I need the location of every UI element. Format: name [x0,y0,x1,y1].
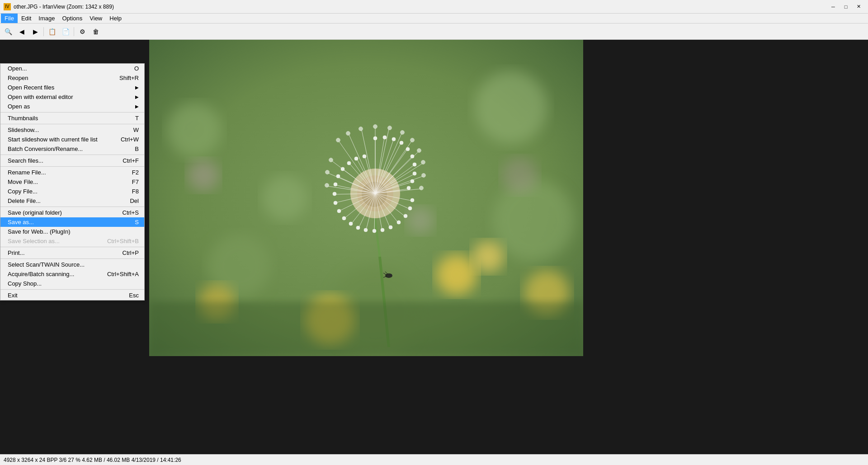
window-controls: ─ □ ✕ [827,2,864,11]
svg-point-107 [336,138,340,142]
menu-file[interactable]: File [1,14,18,23]
svg-point-25 [392,137,396,141]
delete-button[interactable]: 🗑 [90,25,102,38]
menu-bar: File Edit Image Options View Help [0,14,868,23]
menu-item-open-recent[interactable]: Open Recent files ▶ [0,83,144,92]
copy-button[interactable]: 📋 [46,25,58,38]
toolbar-separator [43,27,44,36]
menu-item-scan[interactable]: Select Scan/TWAIN Source... [0,260,144,269]
menu-item-batch[interactable]: Batch Conversion/Rename... B [0,144,144,154]
menu-item-slideshow-current[interactable]: Start slideshow with current file list C… [0,135,144,144]
menu-item-reopen[interactable]: Reopen Shift+R [0,73,144,83]
svg-point-69 [334,183,337,186]
svg-point-45 [404,214,407,218]
menu-separator-8 [0,289,144,290]
menu-separator-4 [0,166,144,167]
file-menu-dropdown: Open... O Reopen Shift+R Open Recent fil… [0,63,145,301]
svg-point-75 [347,161,351,165]
svg-point-95 [420,186,424,190]
window-title: other.JPG - IrfanView (Zoom: 1342 x 889) [14,4,114,10]
svg-point-89 [417,149,421,153]
svg-point-53 [373,229,376,233]
menu-item-open-external[interactable]: Open with external editor ▶ [0,92,144,102]
menu-separator-5 [0,207,144,207]
menu-item-copy-file[interactable]: Copy File... F8 [0,187,144,196]
status-text: 4928 x 3264 x 24 BPP 3/6 27 % 4.62 MB / … [4,457,181,463]
svg-point-2 [475,71,547,144]
svg-point-12 [188,160,219,191]
title-text: IV other.JPG - IrfanView (Zoom: 1342 x 8… [4,3,114,10]
menu-item-open[interactable]: Open... O [0,64,144,73]
menu-help[interactable]: Help [106,14,125,23]
svg-point-57 [356,226,360,230]
svg-point-13 [502,157,538,193]
svg-point-65 [334,201,337,205]
svg-point-29 [406,147,410,151]
image-container [149,40,583,454]
minimize-button[interactable]: ─ [827,2,839,11]
svg-point-49 [389,225,392,229]
svg-point-4 [493,180,574,261]
zoom-out-button[interactable]: 🔍 [2,25,14,38]
toolbar-separator-2 [74,27,74,36]
svg-point-51 [381,228,384,232]
svg-point-83 [388,126,392,130]
menu-item-search[interactable]: Search files... Ctrl+F [0,156,144,165]
svg-point-35 [413,172,416,175]
menu-item-move[interactable]: Move File... F7 [0,177,144,187]
menu-separator-7 [0,258,144,259]
menu-edit[interactable]: Edit [18,14,35,23]
svg-point-93 [422,174,426,178]
svg-point-63 [337,209,341,213]
next-button[interactable]: ▶ [29,25,42,38]
menu-separator-1 [0,112,144,113]
paste-button[interactable]: 📄 [59,25,72,38]
settings-button[interactable]: ⚙ [76,25,89,38]
menu-image[interactable]: Image [35,14,58,23]
svg-point-33 [413,163,416,166]
menu-item-acquire[interactable]: Acquire/Batch scanning... Ctrl+Shift+A [0,269,144,279]
status-bar: 4928 x 3264 x 24 BPP 3/6 27 % 4.62 MB / … [0,454,868,465]
menu-item-save-web[interactable]: Save for Web... (PlugIn) [0,227,144,236]
image-display [149,40,583,356]
svg-point-109 [389,274,392,277]
dandelion-image [149,40,583,356]
menu-item-rename[interactable]: Rename File... F2 [0,168,144,177]
svg-point-14 [407,207,434,234]
menu-item-print[interactable]: Print... Ctrl+P [0,248,144,258]
maximize-button[interactable]: □ [840,2,852,11]
prev-button[interactable]: ◀ [15,25,28,38]
toolbar: 🔍 ◀ ▶ 📋 📄 ⚙ 🗑 [0,23,868,40]
svg-point-39 [407,186,410,190]
menu-item-copyshop[interactable]: Copy Shop... [0,279,144,288]
menu-view[interactable]: View [86,14,106,23]
svg-point-8 [472,241,504,272]
menu-item-open-as[interactable]: Open as ▶ [0,102,144,111]
svg-point-91 [421,160,425,164]
menu-item-delete-file[interactable]: Delete File... Del [0,196,144,206]
svg-point-85 [401,131,405,135]
svg-point-79 [363,155,366,158]
menu-separator-6 [0,247,144,247]
menu-separator-2 [0,124,144,124]
close-button[interactable]: ✕ [853,2,864,11]
menu-item-exit[interactable]: Exit Esc [0,291,144,300]
app-icon: IV [4,3,11,10]
svg-point-7 [436,254,477,295]
menu-item-slideshow[interactable]: Slideshow... W [0,125,144,135]
main-area: Open... O Reopen Shift+R Open Recent fil… [0,40,868,454]
menu-item-save-original[interactable]: Save (original folder) Ctrl+S [0,208,144,217]
svg-point-99 [326,170,330,174]
menu-separator-3 [0,155,144,155]
svg-point-43 [408,207,412,210]
svg-rect-113 [149,302,583,356]
menu-options[interactable]: Options [59,14,86,23]
menu-item-thumbnails[interactable]: Thumbnails T [0,113,144,123]
svg-point-41 [410,198,414,202]
menu-item-save-as[interactable]: Save as... S [0,217,144,227]
svg-point-23 [383,136,387,139]
svg-point-1 [167,103,222,157]
title-bar: IV other.JPG - IrfanView (Zoom: 1342 x 8… [0,0,868,14]
svg-point-61 [342,216,346,220]
svg-point-47 [397,221,401,224]
